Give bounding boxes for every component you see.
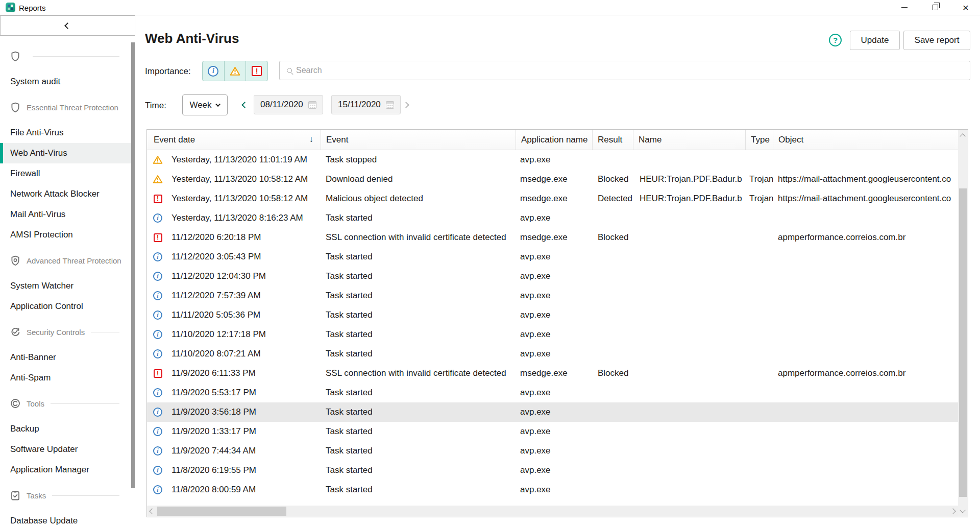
sidebar-item-mail-anti-virus[interactable]: Mail Anti-Virus xyxy=(0,204,131,225)
event-cell: Task started xyxy=(321,446,516,456)
scroll-up-icon[interactable] xyxy=(960,133,965,139)
application-name-cell: avp.exe xyxy=(516,407,592,417)
scroll-right-icon[interactable] xyxy=(950,508,955,514)
window-titlebar: Reports × xyxy=(0,0,980,15)
tasks-icon xyxy=(11,490,20,500)
sidebar-item-anti-banner[interactable]: Anti-Banner xyxy=(0,347,131,368)
application-name-cell: avp.exe xyxy=(516,252,592,262)
sidebar-item-label: Software Updater xyxy=(10,444,78,455)
information-icon: i xyxy=(153,446,162,456)
event-date-cell: 11/9/2020 7:44:34 AM xyxy=(172,446,321,456)
table-row[interactable]: i ! 11/12/2020 6:20:18 PM SSL connection… xyxy=(147,228,958,247)
sidebar-item-backup[interactable]: Backup xyxy=(0,419,131,439)
table-row[interactable]: i ! 11/9/2020 6:11:33 PM SSL connection … xyxy=(147,364,958,383)
sort-descending-icon[interactable]: ↓ xyxy=(309,134,314,145)
calendar-icon xyxy=(308,101,316,109)
save-report-button[interactable]: Save report xyxy=(903,31,970,50)
sidebar-item-anti-spam[interactable]: Anti-Spam xyxy=(0,368,131,388)
sidebar-item-network-attack-blocker[interactable]: Network Attack Blocker xyxy=(0,184,131,204)
severity-cell: i ! xyxy=(147,252,172,261)
sidebar-section-tools: Tools xyxy=(0,393,131,414)
sidebar-item-label: Network Attack Blocker xyxy=(10,189,100,199)
table-row[interactable]: i ! 11/10/2020 12:17:18 PM Task started … xyxy=(147,325,958,344)
sidebar-item-label: Anti-Banner xyxy=(10,352,56,363)
severity-cell: i ! xyxy=(147,330,172,339)
search-input[interactable]: Search xyxy=(279,61,970,80)
next-period-button[interactable] xyxy=(403,102,409,108)
table-row[interactable]: i ! 11/9/2020 3:56:18 PM Task started av… xyxy=(147,402,958,422)
sidebar-item-database-update[interactable]: Database Update xyxy=(0,511,131,526)
help-button[interactable]: ? xyxy=(829,34,842,46)
importance-information-toggle[interactable]: i xyxy=(203,61,224,81)
sidebar-item-label: Application Control xyxy=(10,301,83,312)
previous-period-button[interactable] xyxy=(241,102,248,108)
information-icon: i xyxy=(153,330,162,339)
column-header-name[interactable]: Name xyxy=(633,130,745,150)
severity-cell: i ! xyxy=(147,408,172,417)
table-row[interactable]: i ! 11/12/2020 3:05:43 PM Task started a… xyxy=(147,247,958,267)
scroll-left-icon[interactable] xyxy=(149,508,155,514)
importance-warning-toggle[interactable] xyxy=(224,61,246,81)
table-row[interactable]: i ! 11/9/2020 1:33:17 PM Task started av… xyxy=(147,422,958,441)
sidebar-item-software-updater[interactable]: Software Updater xyxy=(0,439,131,460)
table-row[interactable]: i ! 11/12/2020 7:57:39 AM Task started a… xyxy=(147,286,958,305)
sidebar-item-file-anti-virus[interactable]: File Anti-Virus xyxy=(0,123,131,143)
application-name-cell: avp.exe xyxy=(516,349,592,359)
sidebar-section-advanced-threat-protection: Advanced Threat Protection xyxy=(0,250,131,271)
table-row[interactable]: i ! 11/12/2020 12:04:30 PM Task started … xyxy=(147,267,958,286)
event-cell: Task started xyxy=(321,291,516,301)
maximize-button[interactable] xyxy=(926,0,944,15)
name-cell: HEUR:Trojan.PDF.Badur.b xyxy=(633,174,745,184)
information-icon: i xyxy=(153,388,162,397)
column-header-object[interactable]: Object xyxy=(773,130,958,150)
close-button[interactable]: × xyxy=(957,0,974,15)
time-range-dropdown[interactable]: Week xyxy=(182,94,228,115)
sidebar-item-application-manager[interactable]: Application Manager xyxy=(0,460,131,480)
sidebar-item-web-anti-virus[interactable]: Web Anti-Virus xyxy=(0,143,131,163)
object-cell: https://mail-attachment.googleuserconten… xyxy=(773,174,958,184)
table-row[interactable]: i ! 11/9/2020 5:53:17 PM Task started av… xyxy=(147,383,958,402)
date-to-field[interactable]: 15/11/2020 xyxy=(331,95,401,114)
section-divider xyxy=(52,495,119,496)
horizontal-scrollbar-thumb[interactable] xyxy=(157,507,286,516)
column-header-event[interactable]: Event xyxy=(321,130,516,150)
sidebar-item-label: Backup xyxy=(10,424,39,434)
shield-refresh-icon xyxy=(10,327,20,338)
vertical-scrollbar-thumb[interactable] xyxy=(959,188,967,497)
table-row[interactable]: i ! 11/11/2020 5:05:36 PM Task started a… xyxy=(147,305,958,325)
information-icon: i xyxy=(153,252,162,261)
close-icon: × xyxy=(963,2,969,13)
update-button[interactable]: Update xyxy=(850,31,900,50)
scroll-down-icon[interactable] xyxy=(960,507,965,513)
sidebar-item-amsi-protection[interactable]: AMSI Protection xyxy=(0,225,131,245)
application-name-cell: msedge.exe xyxy=(516,174,592,184)
importance-critical-toggle[interactable]: ! xyxy=(246,61,267,81)
table-row[interactable]: i ! 11/8/2020 8:00:59 AM Task started av… xyxy=(147,480,958,499)
table-row[interactable]: i ! Yesterday, 11/13/2020 8:16:23 AM Tas… xyxy=(147,208,958,228)
page-title: Web Anti-Virus xyxy=(145,31,239,46)
column-header-result[interactable]: Result xyxy=(592,130,633,150)
application-name-cell: avp.exe xyxy=(516,329,592,340)
sidebar-scrollbar-thumb[interactable] xyxy=(131,42,135,488)
sidebar-collapse-button[interactable] xyxy=(0,15,135,36)
date-from-field[interactable]: 08/11/2020 xyxy=(254,95,323,114)
table-row[interactable]: i ! 11/8/2020 6:19:55 PM Task started av… xyxy=(147,461,958,480)
table-row[interactable]: i ! Yesterday, 11/13/2020 10:58:12 AM Ma… xyxy=(147,189,958,208)
horizontal-scrollbar[interactable] xyxy=(147,506,958,517)
vertical-scrollbar[interactable] xyxy=(958,130,968,517)
column-header-application-name[interactable]: Application name xyxy=(516,130,592,150)
minimize-button[interactable] xyxy=(896,0,913,15)
column-header-type[interactable]: Type xyxy=(745,130,773,150)
table-row[interactable]: i ! 11/9/2020 7:44:34 AM Task started av… xyxy=(147,441,958,461)
question-icon: ? xyxy=(833,36,838,44)
table-row[interactable]: i ! Yesterday, 11/13/2020 11:01:19 AM Ta… xyxy=(147,150,958,170)
column-header-event-date[interactable]: Event date ↓ xyxy=(147,130,321,150)
table-row[interactable]: i ! Yesterday, 11/13/2020 10:58:12 AM Do… xyxy=(147,170,958,189)
table-row[interactable]: i ! 11/10/2020 8:07:21 AM Task started a… xyxy=(147,344,958,364)
sidebar-item-system-audit[interactable]: System audit xyxy=(0,71,131,92)
sidebar-item-firewall[interactable]: Firewall xyxy=(0,163,131,184)
application-name-cell: avp.exe xyxy=(516,310,592,320)
sidebar-item-system-watcher[interactable]: System Watcher xyxy=(0,276,131,296)
sidebar-item-application-control[interactable]: Application Control xyxy=(0,296,131,317)
sidebar-section-label: Advanced Threat Protection xyxy=(27,256,121,265)
